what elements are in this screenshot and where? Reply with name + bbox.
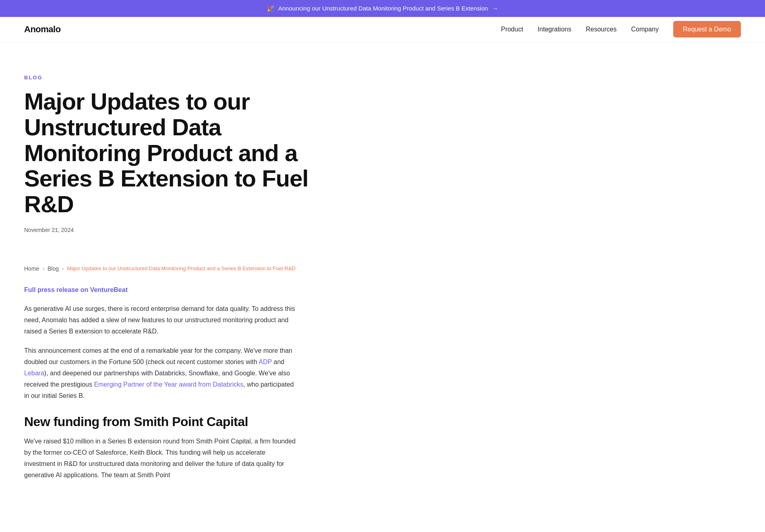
nav-link-company[interactable]: Company: [631, 26, 658, 33]
article-body: Full press release on VentureBeat As gen…: [24, 286, 298, 481]
top-banner[interactable]: 🎉 Announcing our Unstructured Data Monit…: [0, 0, 765, 17]
blog-label: BLOG: [24, 75, 338, 81]
hero-section: BLOG Major Updates to our Unstructured D…: [0, 42, 362, 257]
banner-text: Announcing our Unstructured Data Monitor…: [278, 5, 488, 12]
nav-item-integrations: Integrations: [538, 26, 571, 33]
lebara-link[interactable]: Lebara: [24, 370, 44, 377]
nav-link-integrations[interactable]: Integrations: [538, 26, 571, 33]
paragraph2-before-adp: This announcement comes at the end of a …: [24, 347, 292, 365]
article-title: Major Updates to our Unstructured Data M…: [24, 89, 338, 217]
article-paragraph-2: This announcement comes at the end of a …: [24, 345, 298, 402]
adp-link[interactable]: ADP: [259, 358, 272, 365]
content-wrapper: Home › Blog › Major Updates to our Unstr…: [0, 257, 403, 521]
banner-link[interactable]: 🎉 Announcing our Unstructured Data Monit…: [267, 5, 498, 12]
nav-item-product: Product: [501, 26, 523, 33]
breadcrumb-home[interactable]: Home: [24, 265, 39, 272]
logo[interactable]: Anomalo: [24, 24, 61, 35]
paragraph2-between: and: [272, 358, 284, 365]
article-paragraph-1: As generative AI use surges, there is re…: [24, 303, 298, 337]
breadcrumb-sep-1: ›: [42, 265, 44, 272]
funding-heading: New funding from Smith Point Capital: [24, 414, 298, 429]
banner-emoji: 🎉: [267, 5, 275, 12]
nav-link-resources[interactable]: Resources: [586, 26, 616, 33]
breadcrumb: Home › Blog › Major Updates to our Unstr…: [24, 265, 378, 272]
request-demo-button[interactable]: Request a Demo: [673, 21, 741, 37]
nav-links: Product Integrations Resources Company R…: [501, 26, 741, 33]
breadcrumb-sep-2: ›: [62, 265, 64, 272]
breadcrumb-current: Major Updates to our Unstructured Data M…: [67, 265, 296, 271]
article-paragraph-3: We've raised $10 million in a Series B e…: [24, 436, 298, 481]
article-date: November 21, 2024: [24, 227, 338, 233]
banner-arrow: →: [492, 5, 498, 12]
nav-link-product[interactable]: Product: [501, 26, 523, 33]
nav-cta-item: Request a Demo: [673, 26, 741, 33]
databricks-award-link[interactable]: Emerging Partner of the Year award from …: [94, 381, 243, 388]
nav-item-resources: Resources: [586, 26, 616, 33]
navbar: Anomalo Product Integrations Resources C…: [0, 17, 765, 42]
breadcrumb-blog[interactable]: Blog: [48, 265, 59, 272]
press-release-link[interactable]: Full press release on VentureBeat: [24, 286, 128, 294]
nav-item-company: Company: [631, 26, 658, 33]
